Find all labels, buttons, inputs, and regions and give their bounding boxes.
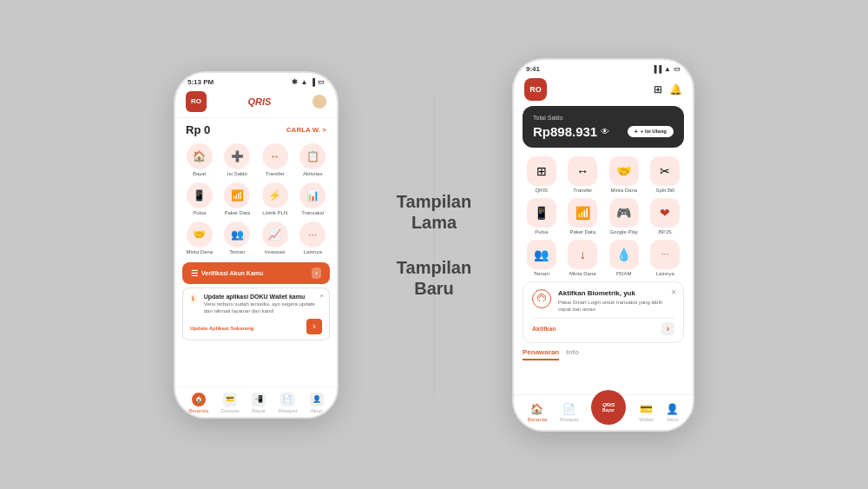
icon-transfer[interactable]: ↔ Transfer xyxy=(258,143,293,177)
transfer-label: Transfer xyxy=(266,171,285,177)
bio-activate-label: Aktifkan xyxy=(532,326,556,332)
icon-investasi[interactable]: 📈 Investasi xyxy=(258,221,293,255)
qris-label-new: QRIS xyxy=(535,188,548,193)
nav-wallet-new[interactable]: 💳 Wallet xyxy=(639,403,653,422)
icon-paket-data-old[interactable]: 📶 Paket Data xyxy=(220,182,255,216)
info-icon: ℹ xyxy=(190,294,197,304)
close-notif-icon[interactable]: × xyxy=(319,292,324,300)
bell-icon[interactable]: 🔔 xyxy=(669,83,682,96)
nav-akun-old[interactable]: 👤 Akun xyxy=(310,393,324,413)
header-icons-new: ⊞ 🔔 xyxy=(654,83,682,96)
nav-beranda-label-new: Beranda xyxy=(527,417,547,422)
plus-icon: + xyxy=(635,129,638,135)
new-phone: 9:41 ▐▐ ▲ ▭ RO ⊞ 🔔 Total Saldo Rp898.931… xyxy=(512,58,694,432)
balance-label-new: Total Saldo xyxy=(533,115,674,121)
nav-akun-new[interactable]: 👤 Akun xyxy=(666,403,679,422)
icon-listrik[interactable]: ⚡ Listrik PLN xyxy=(258,182,293,216)
bio-close-icon[interactable]: × xyxy=(671,287,676,297)
icon-minta-dana-new[interactable]: 🤝 Minta Dana xyxy=(605,156,643,193)
icon-grid-row3-old: 🤝 Minta Dana 👥 Teman 📈 Investasi ··· Lai… xyxy=(175,220,337,259)
bio-activate-btn[interactable]: Aktifkan › xyxy=(532,318,674,335)
minta-dana-icon-new: 🤝 xyxy=(609,156,639,186)
split-bill-icon: ✂ xyxy=(650,156,680,186)
topup-button[interactable]: + + Isi Ulang xyxy=(628,126,674,137)
nav-akun-label-new: Akun xyxy=(667,417,679,422)
wallet-icon-new: 💳 xyxy=(640,403,653,415)
qris-center-btn[interactable]: QRIS Bayar xyxy=(591,390,626,425)
status-icons-old: ✱ ▲ ▐ ▭ xyxy=(292,78,325,86)
icon-minta-dana-old[interactable]: 🤝 Minta Dana xyxy=(182,221,217,255)
aktivitas-icon: 📋 xyxy=(299,143,326,169)
icon-lainnya-old[interactable]: ··· Lainnya xyxy=(296,221,331,255)
profile-avatar-old[interactable] xyxy=(312,95,326,109)
bio-text: Pakai Smart Login untuk transaksi yang l… xyxy=(558,299,674,314)
listrik-label: Listrik PLN xyxy=(262,210,287,216)
username-old[interactable]: CARLA W. > xyxy=(286,126,326,134)
notification-menu-icon[interactable]: ⊞ xyxy=(654,83,662,96)
eye-icon[interactable]: 👁 xyxy=(601,127,609,136)
battery-icon: ▭ xyxy=(318,78,325,86)
icon-bpjs[interactable]: ❤ BPJS xyxy=(647,198,685,235)
paket-data-label-old: Paket Data xyxy=(224,210,250,216)
icon-transfer-new[interactable]: ↔ Transfer xyxy=(564,156,602,193)
history-icon-old: 📄 xyxy=(280,393,294,406)
lainnya-icon-old: ··· xyxy=(299,221,326,248)
nav-riwayat-old[interactable]: 📄 Riwayat xyxy=(279,393,297,413)
icon-teman-old[interactable]: 👥 Teman xyxy=(220,221,255,255)
nav-bayar-center[interactable]: QRIS Bayar xyxy=(591,400,626,425)
nav-bayar-label-old: Bayar xyxy=(252,408,266,413)
nav-riwayat-new[interactable]: 📄 Riwayat xyxy=(560,403,578,422)
balance-row-old: Rp 0 CARLA W. > xyxy=(175,118,337,140)
pulsa-label-old: Pulsa xyxy=(193,210,206,216)
status-bar-old: 5:13 PM ✱ ▲ ▐ ▭ xyxy=(175,73,337,88)
bio-banner: × Aktifkan Biometrik, yuk Pakai Smart Lo… xyxy=(523,281,684,344)
nav-bayar-old[interactable]: 📲 Bayar xyxy=(252,393,266,413)
icon-grid-row3-new: 👥 Teman ↓ Minta Dana 💧 PDAM ··· Lainnya xyxy=(514,240,693,281)
icon-aktivitas[interactable]: 📋 Aktivitas xyxy=(296,143,331,177)
icon-minta-dana-new2[interactable]: ↓ Minta Dana xyxy=(564,240,602,276)
icon-pulsa-old[interactable]: 📱 Pulsa xyxy=(182,182,217,216)
lainnya-label-old: Lainnya xyxy=(304,249,322,255)
nav-akun-label-old: Akun xyxy=(311,408,323,413)
nav-dompet-old[interactable]: 💳 Dompet xyxy=(221,393,240,413)
split-bill-label: Split Bill xyxy=(656,188,674,193)
qris-brand-old: QRIS xyxy=(248,96,272,107)
icon-google-play[interactable]: 🎮 Google Play xyxy=(605,198,643,235)
nav-beranda-new[interactable]: 🏠 Beranda xyxy=(527,403,547,422)
icon-grid-row2-new: 📱 Pulsa 📶 Paket Data 🎮 Google Play ❤ BPJ… xyxy=(514,198,693,240)
icon-isi-saldo[interactable]: ➕ Isi Saldo xyxy=(220,143,255,177)
icon-grid-row2-old: 📱 Pulsa 📶 Paket Data ⚡ Listrik PLN 📊 Tra… xyxy=(175,181,337,220)
transaksi-label: Transaksi xyxy=(301,210,324,216)
investasi-label: Investasi xyxy=(265,249,286,255)
pulsa-icon-new: 📱 xyxy=(527,198,556,228)
investasi-icon: 📈 xyxy=(262,221,288,248)
update-link[interactable]: Update Aplikasi Sekarang xyxy=(190,326,253,331)
nav-riwayat-label-new: Riwayat xyxy=(560,417,578,422)
icon-paket-data-new[interactable]: 📶 Paket Data xyxy=(564,198,602,235)
nav-beranda-old[interactable]: 🏠 Beranda xyxy=(188,393,208,413)
tab-penawaran[interactable]: Penawaran xyxy=(523,348,559,360)
app-header-new: RO ⊞ 🔔 xyxy=(514,75,693,106)
icon-bayar[interactable]: 🏠 Bayar xyxy=(182,143,217,177)
icon-pulsa-new[interactable]: 📱 Pulsa xyxy=(523,198,561,235)
signal-icon: ▐ xyxy=(310,78,315,86)
icon-qris-new[interactable]: ⊞ QRIS xyxy=(523,156,561,193)
icon-lainnya-new[interactable]: ··· Lainnya xyxy=(647,240,685,276)
qris-icon-new: ⊞ xyxy=(527,156,556,186)
update-arrow-btn[interactable]: › xyxy=(306,319,322,334)
icon-teman-new[interactable]: 👥 Teman xyxy=(523,240,561,276)
bio-title: Aktifkan Biometrik, yuk xyxy=(558,289,674,297)
update-title: Update aplikasi DOKU Wallet kamu xyxy=(204,294,322,300)
icon-transaksi[interactable]: 📊 Transaksi xyxy=(296,182,331,216)
isi-saldo-label: Isi Saldo xyxy=(227,171,247,177)
app-header-old: RO QRIS xyxy=(175,88,337,118)
icon-pdam[interactable]: 💧 PDAM xyxy=(605,240,643,276)
minta-dana-label-new2: Minta Dana xyxy=(569,271,596,276)
verify-banner[interactable]: ☰ Verifikasi Akun Kamu › xyxy=(182,262,330,284)
verify-arrow-icon: › xyxy=(312,268,321,279)
minta-dana-label-new: Minta Dana xyxy=(610,188,637,193)
balance-row-new: Rp898.931 👁 + + Isi Ulang xyxy=(533,124,674,139)
tab-info[interactable]: Info xyxy=(566,348,579,360)
icon-split-bill[interactable]: ✂ Split Bill xyxy=(647,156,685,193)
logo-new: RO xyxy=(524,78,547,101)
